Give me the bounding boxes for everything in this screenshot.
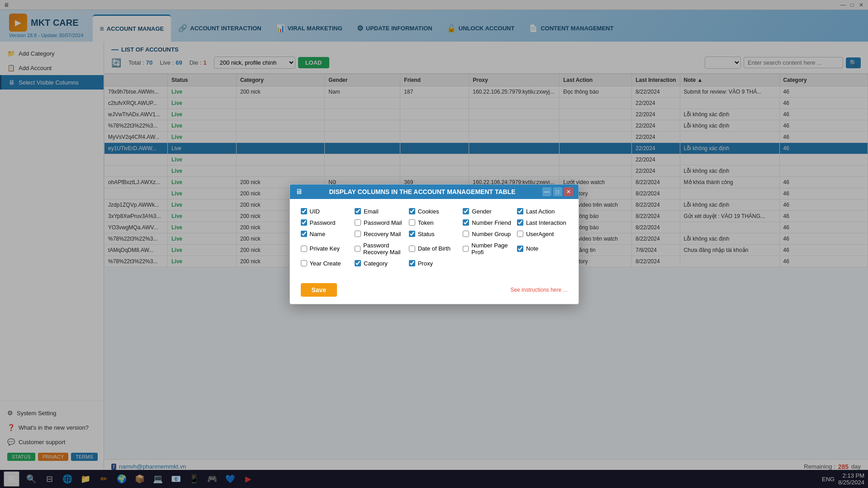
modal-controls: — □ ✕ [542,187,573,196]
checkbox-label-password: Password [310,219,336,226]
checkbox-item-number-group[interactable]: Number Group [463,231,513,237]
checkbox-number-page-profi[interactable] [463,246,469,252]
checkbox-label-email: Email [364,208,379,215]
checkbox-item-number-page-profi[interactable]: Number Page Profi [463,242,513,256]
checkbox-grid: UIDEmailCookiesGenderLast ActionPassword… [301,208,568,267]
checkbox-label-name: Name [310,231,326,237]
modal-close-button[interactable]: ✕ [564,187,573,196]
checkbox-label-useragent: UserAgent [526,231,554,237]
checkbox-label-token: Token [418,219,434,226]
checkbox-item-useragent[interactable]: UserAgent [517,231,568,237]
checkbox-item-password-recovery-mail[interactable]: Password Recovery Mail [355,242,405,256]
checkbox-last-interaction[interactable] [517,219,523,226]
checkbox-recovery-mail[interactable] [355,231,361,237]
checkbox-label-number-group: Number Group [472,231,511,237]
checkbox-private-key[interactable] [301,246,307,252]
checkbox-uid[interactable] [301,208,307,214]
checkbox-category[interactable] [355,260,361,266]
checkbox-item-category[interactable]: Category [355,260,405,267]
checkbox-item-gender[interactable]: Gender [463,208,513,215]
modal-icon: 🖥 [295,188,303,196]
checkbox-item-proxy[interactable]: Proxy [409,260,460,267]
checkbox-label-password-recovery-mail: Password Recovery Mail [363,242,405,256]
checkbox-number-group[interactable] [463,231,469,237]
modal-title: DISPLAY COLUMNS IN THE ACCOUNT MANAGEMEN… [303,188,542,195]
checkbox-item-token[interactable]: Token [409,219,460,226]
checkbox-label-number-friend: Number Friend [472,219,511,226]
checkbox-useragent[interactable] [517,231,523,237]
checkbox-item-password[interactable]: Password [301,219,351,226]
checkbox-label-uid: UID [310,208,320,215]
checkbox-token[interactable] [409,219,415,226]
checkbox-email[interactable] [355,208,361,214]
checkbox-item-uid[interactable]: UID [301,208,351,215]
checkbox-item-last-action[interactable]: Last Action [517,208,568,215]
checkbox-item-recovery-mail[interactable]: Recovery Mail [355,231,405,237]
checkbox-item-cookies[interactable]: Cookies [409,208,460,215]
checkbox-item-name[interactable]: Name [301,231,351,237]
modal-overlay[interactable]: 🖥 DISPLAY COLUMNS IN THE ACCOUNT MANAGEM… [0,0,868,488]
checkbox-gender[interactable] [463,208,469,214]
checkbox-password[interactable] [301,219,307,226]
modal-display-columns: 🖥 DISPLAY COLUMNS IN THE ACCOUNT MANAGEM… [289,184,579,304]
modal-body: UIDEmailCookiesGenderLast ActionPassword… [290,199,579,283]
checkbox-label-date-of-birth: Date of Birth [418,245,451,252]
checkbox-status[interactable] [409,231,415,237]
modal-titlebar: 🖥 DISPLAY COLUMNS IN THE ACCOUNT MANAGEM… [290,185,579,199]
checkbox-label-last-interaction: Last Interaction [526,219,566,226]
checkbox-number-friend[interactable] [463,219,469,226]
checkbox-label-number-page-profi: Number Page Profi [471,242,513,256]
checkbox-item-number-friend[interactable]: Number Friend [463,219,513,226]
checkbox-item-email[interactable]: Email [355,208,405,215]
checkbox-label-proxy: Proxy [418,260,433,267]
instructions-link[interactable]: See instructions here ... [510,287,567,293]
checkbox-date-of-birth[interactable] [409,246,415,252]
checkbox-proxy[interactable] [409,260,415,266]
checkbox-item-note[interactable]: Note [517,242,568,256]
checkbox-label-status: Status [418,231,435,237]
checkbox-label-password-mail: Password Mail [364,219,402,226]
checkbox-item-last-interaction[interactable]: Last Interaction [517,219,568,226]
checkbox-label-year-create: Year Create [310,260,341,267]
modal-save-button[interactable]: Save [301,283,337,297]
checkbox-item-year-create[interactable]: Year Create [301,260,351,267]
checkbox-label-note: Note [526,245,538,252]
checkbox-password-mail[interactable] [355,219,361,226]
checkbox-note[interactable] [517,246,523,252]
checkbox-item-status[interactable]: Status [409,231,460,237]
checkbox-cookies[interactable] [409,208,415,214]
checkbox-item-date-of-birth[interactable]: Date of Birth [409,242,460,256]
checkbox-item-password-mail[interactable]: Password Mail [355,219,405,226]
checkbox-label-last-action: Last Action [526,208,555,215]
checkbox-label-recovery-mail: Recovery Mail [364,231,401,237]
checkbox-item-private-key[interactable]: Private Key [301,242,351,256]
checkbox-last-action[interactable] [517,208,523,214]
checkbox-year-create[interactable] [301,260,307,266]
modal-maximize-button[interactable]: □ [553,187,562,196]
modal-minimize-button[interactable]: — [542,187,551,196]
checkbox-label-gender: Gender [472,208,491,215]
checkbox-name[interactable] [301,231,307,237]
modal-footer: Save See instructions here ... [290,283,579,304]
checkbox-label-cookies: Cookies [418,208,439,215]
checkbox-password-recovery-mail[interactable] [355,246,360,252]
checkbox-label-category: Category [364,260,388,267]
checkbox-label-private-key: Private Key [310,245,340,252]
